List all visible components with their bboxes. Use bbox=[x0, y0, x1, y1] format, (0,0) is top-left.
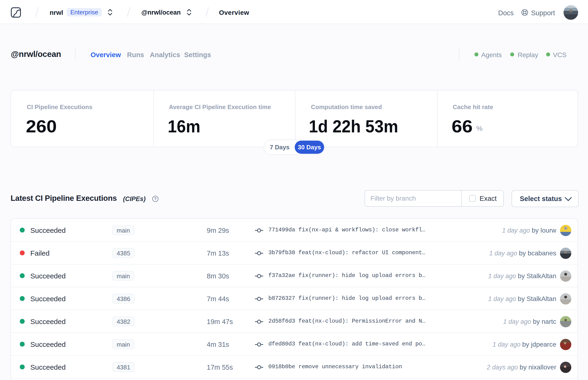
svg-text:?: ? bbox=[154, 197, 156, 201]
